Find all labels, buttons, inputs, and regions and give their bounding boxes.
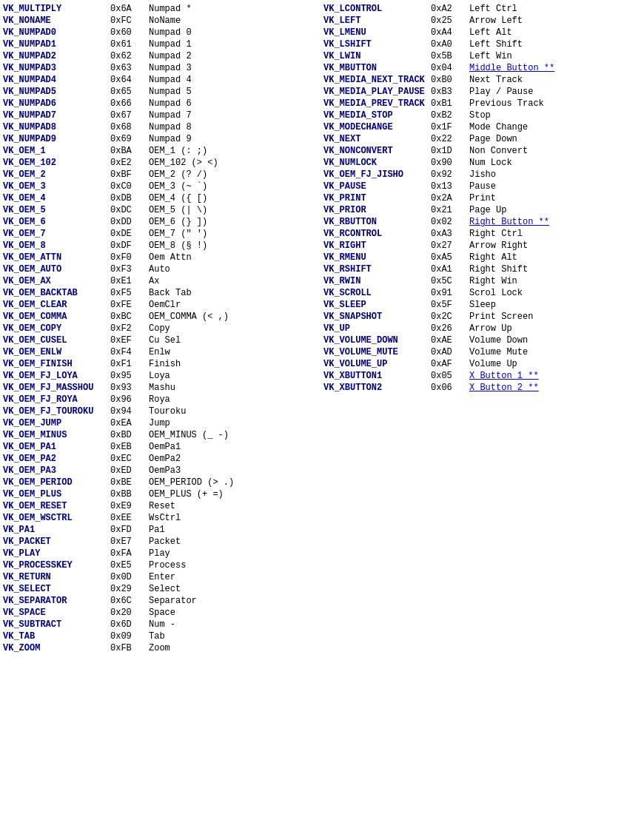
vk-hex: 0xA5 [431, 252, 469, 263]
vk-name: VK_OEM_COPY [3, 323, 110, 334]
vk-description: Numpad 0 [149, 27, 321, 38]
vk-description: Pa1 [149, 525, 321, 535]
vk-hex: 0x09 [110, 631, 149, 642]
vk-description: Mode Change [469, 122, 641, 132]
vk-description: OEM_6 (} ]) [149, 217, 321, 227]
vk-hex: 0xA1 [431, 264, 469, 275]
vk-description: Cu Sel [149, 335, 321, 346]
vk-hex: 0xAD [431, 347, 469, 357]
table-row: VK_OEM_FJ_TOUROKU0x94Touroku [1, 406, 322, 417]
vk-description: WsCtrl [149, 513, 321, 523]
vk-hex: 0xBE [110, 477, 149, 488]
table-row: VK_OEM_FJ_MASSHOU0x93Mashu [1, 382, 322, 394]
vk-name: VK_MEDIA_STOP [323, 110, 431, 121]
vk-name: VK_NUMPAD6 [3, 98, 110, 109]
vk-description[interactable]: X Button 2 ** [469, 383, 641, 393]
vk-description: Numpad 7 [149, 110, 321, 121]
vk-description: Print Screen [469, 312, 641, 322]
vk-name: VK_OEM_PA1 [3, 442, 110, 452]
vk-description: Finish [149, 359, 321, 369]
vk-description: Jump [149, 418, 321, 428]
vk-hex: 0x21 [431, 205, 469, 215]
vk-hex: 0x6D [110, 619, 149, 630]
vk-description: OEM_PERIOD (> .) [149, 477, 321, 488]
vk-description: Tab [149, 631, 321, 642]
vk-hex: 0xF4 [110, 347, 149, 357]
vk-hex: 0xEB [110, 442, 149, 452]
vk-hex: 0x6C [110, 596, 149, 606]
table-row: VK_PA10xFDPa1 [1, 524, 322, 536]
vk-hex: 0xA2 [431, 4, 469, 14]
vk-name: VK_RMENU [323, 252, 431, 263]
vk-description[interactable]: Middle Button ** [469, 63, 641, 73]
vk-description: OEM_7 (" ') [149, 229, 321, 239]
vk-hex: 0xB0 [431, 75, 469, 85]
table-row: VK_OEM_AUTO0xF3Auto [1, 263, 322, 275]
vk-description: Zoom [149, 643, 321, 653]
table-row: VK_PRINT0x2APrint [322, 192, 643, 204]
vk-hex: 0x20 [110, 608, 149, 618]
vk-name: VK_MODECHANGE [323, 122, 431, 132]
vk-description: Page Down [469, 134, 641, 144]
table-row: VK_OEM_1020xE2OEM_102 (> <) [1, 157, 322, 169]
table-row: VK_OEM_70xDEOEM_7 (" ') [1, 228, 322, 240]
table-row: VK_MBUTTON0x04Middle Button ** [322, 62, 643, 74]
vk-description: Back Tab [149, 288, 321, 298]
vk-description: OemClr [149, 300, 321, 310]
vk-hex: 0xF1 [110, 359, 149, 369]
table-row: VK_SEPARATOR0x6CSeparator [1, 595, 322, 607]
table-row: VK_SPACE0x20Space [1, 607, 322, 619]
vk-name: VK_NUMPAD7 [3, 110, 110, 121]
vk-name: VK_MULTIPLY [3, 4, 110, 14]
vk-name: VK_VOLUME_MUTE [323, 347, 431, 357]
vk-hex: 0xFE [110, 300, 149, 310]
table-row: VK_OEM_PERIOD0xBEOEM_PERIOD (> .) [1, 477, 322, 488]
vk-description: Ax [149, 276, 321, 286]
vk-name: VK_MEDIA_PREV_TRACK [323, 98, 431, 109]
vk-description: Pause [469, 181, 641, 192]
vk-hex: 0x60 [110, 27, 149, 38]
vk-name: VK_NUMPAD8 [3, 122, 110, 132]
vk-description: Right Win [469, 276, 641, 286]
vk-hex: 0x5C [431, 276, 469, 286]
vk-description: Numpad 6 [149, 98, 321, 109]
vk-description: Numpad 1 [149, 39, 321, 50]
vk-name: VK_SCROLL [323, 288, 431, 298]
vk-name: VK_OEM_JUMP [3, 418, 110, 428]
vk-hex: 0x93 [110, 383, 149, 393]
table-row: VK_OEM_50xDCOEM_5 (| \) [1, 204, 322, 216]
right-column: VK_LCONTROL0xA2Left CtrlVK_LEFT0x25Arrow… [322, 3, 643, 654]
vk-name: VK_RBUTTON [323, 217, 431, 227]
vk-name: VK_NONCONVERT [323, 146, 431, 156]
table-row: VK_SLEEP0x5FSleep [322, 299, 643, 311]
vk-hex: 0xA0 [431, 39, 469, 50]
vk-hex: 0x68 [110, 122, 149, 132]
vk-description: Enter [149, 572, 321, 582]
vk-description[interactable]: X Button 1 ** [469, 371, 641, 381]
vk-hex: 0xE9 [110, 501, 149, 511]
vk-name: VK_PRIOR [323, 205, 431, 215]
table-row: VK_SUBTRACT0x6DNum - [1, 619, 322, 630]
vk-name: VK_SELECT [3, 584, 110, 594]
vk-name: VK_PA1 [3, 525, 110, 535]
vk-description: Reset [149, 501, 321, 511]
vk-name: VK_SUBTRACT [3, 619, 110, 630]
vk-hex: 0xA3 [431, 229, 469, 239]
vk-description: Num - [149, 619, 321, 630]
vk-hex: 0x91 [431, 288, 469, 298]
vk-description: Loya [149, 371, 321, 381]
vk-name: VK_OEM_PERIOD [3, 477, 110, 488]
vk-hex: 0x64 [110, 75, 149, 85]
vk-description: Volume Up [469, 359, 641, 369]
vk-description: Stop [469, 110, 641, 121]
vk-hex: 0x5B [431, 51, 469, 61]
vk-name: VK_LCONTROL [323, 4, 431, 14]
vk-description: Print [469, 193, 641, 204]
vk-name: VK_PACKET [3, 536, 110, 547]
vk-description[interactable]: Right Button ** [469, 217, 641, 227]
vk-description: OEM_102 (> <) [149, 158, 321, 168]
vk-name: VK_OEM_5 [3, 205, 110, 215]
vk-hex: 0xE2 [110, 158, 149, 168]
vk-name: VK_UP [323, 323, 431, 334]
vk-hex: 0xB3 [431, 87, 469, 97]
